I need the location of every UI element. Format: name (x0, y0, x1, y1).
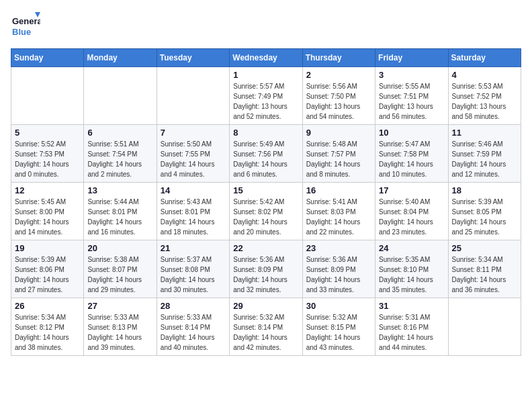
calendar-cell: 22Sunrise: 5:36 AMSunset: 8:09 PMDayligh… (230, 240, 302, 298)
day-number: 3 (379, 70, 444, 80)
day-info: Sunrise: 5:49 AMSunset: 7:56 PMDaylight:… (233, 139, 298, 179)
calendar-cell: 21Sunrise: 5:37 AMSunset: 8:08 PMDayligh… (157, 240, 229, 298)
svg-text:General: General (12, 16, 40, 26)
day-number: 11 (452, 128, 517, 138)
weekday-header-wednesday: Wednesday (230, 49, 302, 67)
day-number: 9 (306, 128, 371, 138)
day-info: Sunrise: 5:45 AMSunset: 8:00 PMDaylight:… (15, 197, 80, 237)
day-info: Sunrise: 5:34 AMSunset: 8:11 PMDaylight:… (452, 255, 517, 295)
day-number: 17 (379, 185, 444, 195)
calendar-cell: 3Sunrise: 5:55 AMSunset: 7:51 PMDaylight… (375, 67, 448, 125)
day-info: Sunrise: 5:51 AMSunset: 7:54 PMDaylight:… (87, 139, 152, 179)
day-number: 15 (233, 185, 298, 195)
day-info: Sunrise: 5:56 AMSunset: 7:50 PMDaylight:… (306, 81, 371, 122)
calendar-cell: 23Sunrise: 5:36 AMSunset: 8:09 PMDayligh… (302, 240, 375, 298)
day-number: 24 (379, 243, 444, 253)
day-number: 16 (306, 185, 371, 195)
calendar-cell: 11Sunrise: 5:46 AMSunset: 7:59 PMDayligh… (448, 125, 521, 183)
day-info: Sunrise: 5:34 AMSunset: 8:12 PMDaylight:… (15, 312, 80, 353)
calendar-cell: 12Sunrise: 5:45 AMSunset: 8:00 PMDayligh… (11, 183, 84, 240)
calendar-cell (448, 298, 521, 356)
day-info: Sunrise: 5:55 AMSunset: 7:51 PMDaylight:… (379, 81, 444, 122)
day-info: Sunrise: 5:42 AMSunset: 8:02 PMDaylight:… (233, 197, 298, 237)
day-info: Sunrise: 5:47 AMSunset: 7:58 PMDaylight:… (379, 139, 444, 179)
calendar-cell: 17Sunrise: 5:40 AMSunset: 8:04 PMDayligh… (375, 183, 448, 240)
day-info: Sunrise: 5:32 AMSunset: 8:14 PMDaylight:… (233, 312, 298, 353)
day-info: Sunrise: 5:46 AMSunset: 7:59 PMDaylight:… (452, 139, 517, 179)
day-number: 20 (87, 243, 152, 253)
day-info: Sunrise: 5:52 AMSunset: 7:53 PMDaylight:… (15, 139, 80, 179)
day-number: 4 (452, 70, 517, 80)
day-info: Sunrise: 5:39 AMSunset: 8:06 PMDaylight:… (15, 255, 80, 295)
day-number: 12 (15, 185, 80, 195)
day-number: 6 (87, 128, 152, 138)
day-info: Sunrise: 5:48 AMSunset: 7:57 PMDaylight:… (306, 139, 371, 179)
calendar-cell: 24Sunrise: 5:35 AMSunset: 8:10 PMDayligh… (375, 240, 448, 298)
weekday-header-tuesday: Tuesday (157, 49, 229, 67)
day-info: Sunrise: 5:38 AMSunset: 8:07 PMDaylight:… (87, 255, 152, 295)
calendar-cell: 25Sunrise: 5:34 AMSunset: 8:11 PMDayligh… (448, 240, 521, 298)
calendar-cell: 27Sunrise: 5:33 AMSunset: 8:13 PMDayligh… (84, 298, 157, 356)
day-number: 7 (161, 128, 226, 138)
day-info: Sunrise: 5:32 AMSunset: 8:15 PMDaylight:… (306, 312, 371, 353)
day-number: 28 (161, 301, 226, 311)
day-info: Sunrise: 5:50 AMSunset: 7:55 PMDaylight:… (161, 139, 226, 179)
day-number: 30 (306, 301, 371, 311)
calendar-cell: 14Sunrise: 5:43 AMSunset: 8:01 PMDayligh… (157, 183, 229, 240)
day-info: Sunrise: 5:39 AMSunset: 8:05 PMDaylight:… (452, 197, 517, 237)
calendar-week-5: 26Sunrise: 5:34 AMSunset: 8:12 PMDayligh… (11, 298, 521, 356)
day-info: Sunrise: 5:35 AMSunset: 8:10 PMDaylight:… (379, 255, 444, 295)
calendar-cell: 7Sunrise: 5:50 AMSunset: 7:55 PMDaylight… (157, 125, 229, 183)
day-number: 10 (379, 128, 444, 138)
calendar-cell: 26Sunrise: 5:34 AMSunset: 8:12 PMDayligh… (11, 298, 84, 356)
weekday-header-friday: Friday (375, 49, 448, 67)
logo: General Blue (11, 11, 40, 40)
day-info: Sunrise: 5:36 AMSunset: 8:09 PMDaylight:… (306, 255, 371, 295)
day-number: 31 (379, 301, 444, 311)
calendar-cell (11, 67, 84, 125)
weekday-header-thursday: Thursday (302, 49, 375, 67)
day-info: Sunrise: 5:53 AMSunset: 7:52 PMDaylight:… (452, 81, 517, 122)
day-info: Sunrise: 5:33 AMSunset: 8:13 PMDaylight:… (87, 312, 152, 353)
day-number: 23 (306, 243, 371, 253)
day-number: 1 (233, 70, 298, 80)
calendar-cell: 16Sunrise: 5:41 AMSunset: 8:03 PMDayligh… (302, 183, 375, 240)
day-number: 22 (233, 243, 298, 253)
day-info: Sunrise: 5:40 AMSunset: 8:04 PMDaylight:… (379, 197, 444, 237)
calendar-cell: 5Sunrise: 5:52 AMSunset: 7:53 PMDaylight… (11, 125, 84, 183)
calendar-cell: 19Sunrise: 5:39 AMSunset: 8:06 PMDayligh… (11, 240, 84, 298)
weekday-header-saturday: Saturday (448, 49, 521, 67)
day-info: Sunrise: 5:41 AMSunset: 8:03 PMDaylight:… (306, 197, 371, 237)
calendar-cell (157, 67, 229, 125)
day-number: 29 (233, 301, 298, 311)
calendar-cell: 31Sunrise: 5:31 AMSunset: 8:16 PMDayligh… (375, 298, 448, 356)
calendar-week-2: 5Sunrise: 5:52 AMSunset: 7:53 PMDaylight… (11, 125, 521, 183)
calendar-cell: 18Sunrise: 5:39 AMSunset: 8:05 PMDayligh… (448, 183, 521, 240)
calendar-cell: 30Sunrise: 5:32 AMSunset: 8:15 PMDayligh… (302, 298, 375, 356)
day-number: 21 (161, 243, 226, 253)
day-info: Sunrise: 5:33 AMSunset: 8:14 PMDaylight:… (161, 312, 226, 353)
calendar-cell: 4Sunrise: 5:53 AMSunset: 7:52 PMDaylight… (448, 67, 521, 125)
logo-svg: General Blue (11, 11, 40, 40)
calendar-table: SundayMondayTuesdayWednesdayThursdayFrid… (11, 48, 521, 356)
calendar-cell: 28Sunrise: 5:33 AMSunset: 8:14 PMDayligh… (157, 298, 229, 356)
day-info: Sunrise: 5:36 AMSunset: 8:09 PMDaylight:… (233, 255, 298, 295)
day-info: Sunrise: 5:44 AMSunset: 8:01 PMDaylight:… (87, 197, 152, 237)
day-number: 5 (15, 128, 80, 138)
calendar-cell: 29Sunrise: 5:32 AMSunset: 8:14 PMDayligh… (230, 298, 302, 356)
calendar-cell: 20Sunrise: 5:38 AMSunset: 8:07 PMDayligh… (84, 240, 157, 298)
calendar-cell: 15Sunrise: 5:42 AMSunset: 8:02 PMDayligh… (230, 183, 302, 240)
calendar-week-4: 19Sunrise: 5:39 AMSunset: 8:06 PMDayligh… (11, 240, 521, 298)
calendar-cell: 1Sunrise: 5:57 AMSunset: 7:49 PMDaylight… (230, 67, 302, 125)
day-number: 19 (15, 243, 80, 253)
day-info: Sunrise: 5:57 AMSunset: 7:49 PMDaylight:… (233, 81, 298, 122)
calendar-cell: 8Sunrise: 5:49 AMSunset: 7:56 PMDaylight… (230, 125, 302, 183)
weekday-header-monday: Monday (84, 49, 157, 67)
page-header: General Blue (11, 11, 521, 40)
calendar-cell: 13Sunrise: 5:44 AMSunset: 8:01 PMDayligh… (84, 183, 157, 240)
weekday-header-row: SundayMondayTuesdayWednesdayThursdayFrid… (11, 49, 521, 67)
calendar-week-3: 12Sunrise: 5:45 AMSunset: 8:00 PMDayligh… (11, 183, 521, 240)
day-info: Sunrise: 5:31 AMSunset: 8:16 PMDaylight:… (379, 312, 444, 353)
day-info: Sunrise: 5:43 AMSunset: 8:01 PMDaylight:… (161, 197, 226, 237)
calendar-cell (84, 67, 157, 125)
